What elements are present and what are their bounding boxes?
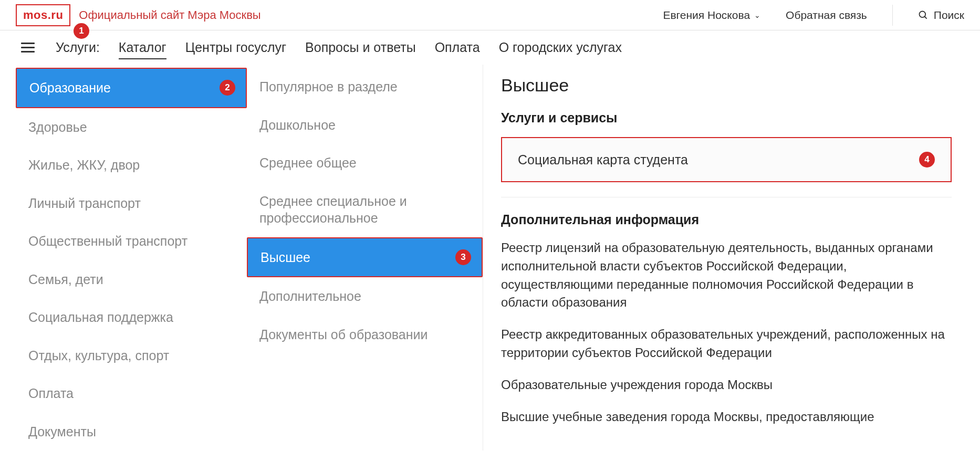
feedback-link[interactable]: Обратная связь xyxy=(786,9,867,22)
category-documents[interactable]: Документы xyxy=(16,413,247,451)
divider xyxy=(501,197,952,197)
annotation-badge-3: 3 xyxy=(455,249,471,265)
category-education[interactable]: Образование 2 xyxy=(16,68,247,108)
category-payment[interactable]: Оплата xyxy=(16,374,247,413)
user-name: Евгения Носкова xyxy=(663,9,750,22)
subcat-additional[interactable]: Дополнительное xyxy=(247,277,483,316)
category-social[interactable]: Социальная поддержка xyxy=(16,298,247,337)
nav-item-faq[interactable]: Вопросы и ответы xyxy=(305,40,416,55)
nav-item-payment[interactable]: Оплата xyxy=(435,40,480,55)
subcategory-column: Популярное в разделе Дошкольное Среднее … xyxy=(247,65,483,450)
annotation-badge-4: 4 xyxy=(919,152,935,167)
category-leisure[interactable]: Отдых, культура, спорт xyxy=(16,337,247,375)
details-column: Высшее Услуги и сервисы Социальная карта… xyxy=(483,65,964,450)
info-link-accredited[interactable]: Реестр аккредитованных образовательных у… xyxy=(501,326,952,362)
subcat-popular[interactable]: Популярное в разделе xyxy=(247,68,483,106)
divider xyxy=(892,5,893,26)
info-link-licenses[interactable]: Реестр лицензий на образовательную деяте… xyxy=(501,239,952,312)
service-student-card[interactable]: Социальная карта студента 4 xyxy=(501,137,952,182)
user-menu[interactable]: Евгения Носкова ⌄ xyxy=(663,9,760,22)
site-subtitle: Официальный сайт Мэра Москвы xyxy=(79,8,260,22)
category-family[interactable]: Семья, дети xyxy=(16,260,247,299)
category-housing[interactable]: Жилье, ЖКУ, двор xyxy=(16,146,247,184)
main-nav: Услуги: Каталог Центры госуслуг Вопросы … xyxy=(0,30,980,65)
category-label: Образование xyxy=(29,80,111,95)
category-personal-transport[interactable]: Личный транспорт xyxy=(16,184,247,223)
info-link-higher-ed[interactable]: Высшие учебные заведения города Москвы, … xyxy=(501,408,952,426)
subcat-higher[interactable]: Высшее 3 xyxy=(247,237,483,278)
subcat-secondary[interactable]: Среднее общее xyxy=(247,144,483,182)
search-icon xyxy=(918,10,929,20)
subcat-label: Высшее xyxy=(260,250,310,265)
category-column: Образование 2 Здоровье Жилье, ЖКУ, двор … xyxy=(16,65,247,450)
nav-item-catalog[interactable]: Каталог xyxy=(119,40,166,55)
annotation-badge-1: 1 xyxy=(74,23,89,39)
svg-line-1 xyxy=(924,16,926,18)
nav-label: Услуги: xyxy=(56,40,100,55)
page-title: Высшее xyxy=(501,75,952,96)
nav-item-centers[interactable]: Центры госуслуг xyxy=(185,40,286,55)
logo-text: mos.ru xyxy=(23,8,63,22)
service-label: Социальная карта студента xyxy=(518,152,688,167)
services-heading: Услуги и сервисы xyxy=(501,110,952,125)
annotation-badge-2: 2 xyxy=(220,80,235,96)
hamburger-icon[interactable] xyxy=(21,43,35,53)
category-health[interactable]: Здоровье xyxy=(16,108,247,146)
subcat-preschool[interactable]: Дошкольное xyxy=(247,106,483,144)
info-link-institutions[interactable]: Образовательные учреждения города Москвы xyxy=(501,376,952,394)
svg-point-0 xyxy=(919,11,925,17)
extra-info-heading: Дополнительная информация xyxy=(501,212,952,227)
subcat-vocational[interactable]: Среднее специальное и профессиональное xyxy=(247,182,483,237)
chevron-down-icon: ⌄ xyxy=(754,11,760,19)
search-label: Поиск xyxy=(934,9,964,22)
category-public-transport[interactable]: Общественный транспорт xyxy=(16,222,247,260)
search-button[interactable]: Поиск xyxy=(918,9,964,22)
site-logo[interactable]: mos.ru xyxy=(16,4,70,26)
nav-item-about[interactable]: О городских услугах xyxy=(499,40,622,55)
subcat-edu-docs[interactable]: Документы об образовании xyxy=(247,316,483,354)
